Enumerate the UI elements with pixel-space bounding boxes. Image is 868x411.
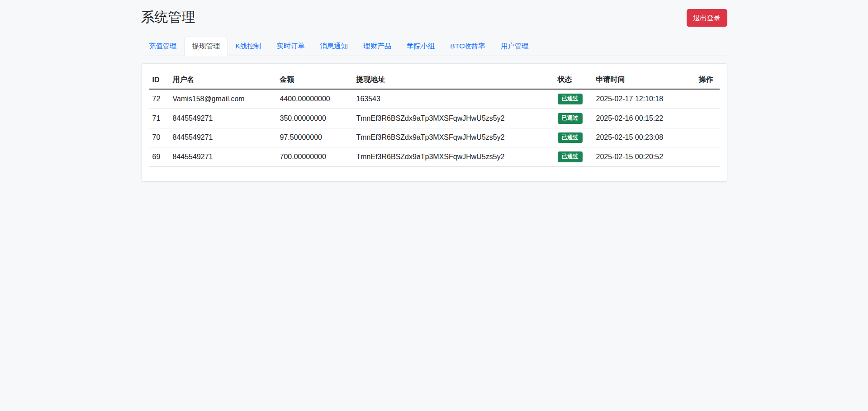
status-cell: 已通过	[554, 109, 593, 128]
tab-financial-products: 理财产品	[356, 37, 399, 56]
tab-user-management: 用户管理	[493, 37, 536, 56]
column-header-status: 状态	[554, 71, 593, 89]
column-header-amount: 金额	[276, 71, 353, 89]
column-header-apply-time: 申请时间	[593, 71, 695, 89]
table-header-row: ID 用户名 金额 提现地址 状态 申请时间 操作	[149, 71, 720, 89]
table-body: 72 Vamis158@gmail.com 4400.00000000 1635…	[149, 89, 720, 167]
table-row: 71 8445549271 350.00000000 TmnEf3R6BSZdx…	[149, 109, 720, 128]
apply-time-cell: 2025-02-15 00:20:52	[593, 147, 695, 167]
page-title: 系统管理	[141, 9, 195, 25]
status-badge: 已通过	[558, 151, 583, 162]
tab-kline-control: K线控制	[228, 37, 269, 56]
withdrawals-card: ID 用户名 金额 提现地址 状态 申请时间 操作 72 Vamis158@gm…	[141, 63, 727, 182]
id-cell: 70	[149, 128, 169, 147]
tab-link-btc-yield[interactable]: BTC收益率	[442, 37, 493, 56]
amount-cell: 97.50000000	[276, 128, 353, 147]
id-cell: 72	[149, 89, 169, 109]
tab-link-user-management[interactable]: 用户管理	[493, 37, 536, 56]
tab-link-withdrawal-management[interactable]: 提现管理	[185, 37, 228, 56]
tab-withdrawal-management: 提现管理	[185, 37, 228, 56]
withdrawals-card-body: ID 用户名 金额 提现地址 状态 申请时间 操作 72 Vamis158@gm…	[142, 64, 727, 181]
status-badge: 已通过	[558, 94, 583, 104]
id-cell: 69	[149, 147, 169, 167]
action-cell	[695, 147, 720, 167]
column-header-username: 用户名	[169, 71, 276, 89]
table-row: 72 Vamis158@gmail.com 4400.00000000 1635…	[149, 89, 720, 109]
main-container: 系统管理 退出登录 充值管理 提现管理 K线控制 实时订单 消息通知 理财产品 …	[136, 0, 733, 182]
tab-recharge-management: 充值管理	[141, 37, 185, 56]
tab-academy-group: 学院小组	[399, 37, 442, 56]
address-cell: TmnEf3R6BSZdx9aTp3MXSFqwJHwU5zs5y2	[353, 128, 554, 147]
tab-realtime-orders: 实时订单	[269, 37, 312, 56]
column-header-id: ID	[149, 71, 169, 89]
table-row: 69 8445549271 700.00000000 TmnEf3R6BSZdx…	[149, 147, 720, 167]
amount-cell: 350.00000000	[276, 109, 353, 128]
tab-link-financial-products[interactable]: 理财产品	[356, 37, 399, 56]
address-cell: TmnEf3R6BSZdx9aTp3MXSFqwJHwU5zs5y2	[353, 109, 554, 128]
apply-time-cell: 2025-02-17 12:10:18	[593, 89, 695, 109]
logout-button[interactable]: 退出登录	[687, 9, 727, 27]
apply-time-cell: 2025-02-16 00:15:22	[593, 109, 695, 128]
status-badge: 已通过	[558, 132, 583, 143]
tab-link-recharge-management[interactable]: 充值管理	[141, 37, 185, 56]
username-cell: 8445549271	[169, 147, 276, 167]
username-cell: Vamis158@gmail.com	[169, 89, 276, 109]
action-cell	[695, 128, 720, 147]
tab-message-notifications: 消息通知	[312, 37, 356, 56]
tab-link-academy-group[interactable]: 学院小组	[399, 37, 442, 56]
status-cell: 已通过	[554, 147, 593, 167]
address-cell: TmnEf3R6BSZdx9aTp3MXSFqwJHwU5zs5y2	[353, 147, 554, 167]
tab-link-kline-control[interactable]: K线控制	[228, 37, 269, 56]
address-cell: 163543	[353, 89, 554, 109]
table-header: ID 用户名 金额 提现地址 状态 申请时间 操作	[149, 71, 720, 89]
username-cell: 8445549271	[169, 128, 276, 147]
amount-cell: 4400.00000000	[276, 89, 353, 109]
column-header-address: 提现地址	[353, 71, 554, 89]
tab-bar: 充值管理 提现管理 K线控制 实时订单 消息通知 理财产品 学院小组 BTC收益…	[141, 37, 727, 56]
apply-time-cell: 2025-02-15 00:23:08	[593, 128, 695, 147]
tab-btc-yield: BTC收益率	[442, 37, 493, 56]
action-cell	[695, 109, 720, 128]
tab-link-realtime-orders[interactable]: 实时订单	[269, 37, 312, 56]
tab-link-message-notifications[interactable]: 消息通知	[312, 37, 356, 56]
page-header: 系统管理 退出登录	[141, 9, 727, 27]
amount-cell: 700.00000000	[276, 147, 353, 167]
action-cell	[695, 89, 720, 109]
column-header-action: 操作	[695, 71, 720, 89]
username-cell: 8445549271	[169, 109, 276, 128]
status-badge: 已通过	[558, 113, 583, 124]
table-row: 70 8445549271 97.50000000 TmnEf3R6BSZdx9…	[149, 128, 720, 147]
status-cell: 已通过	[554, 128, 593, 147]
id-cell: 71	[149, 109, 169, 128]
withdrawals-table: ID 用户名 金额 提现地址 状态 申请时间 操作 72 Vamis158@gm…	[149, 71, 720, 167]
status-cell: 已通过	[554, 89, 593, 109]
